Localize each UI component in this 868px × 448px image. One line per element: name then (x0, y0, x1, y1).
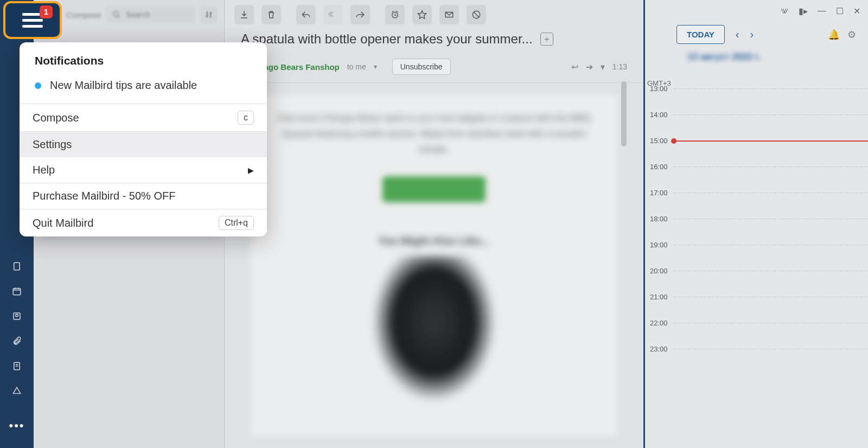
hour-label: 21:00 (650, 293, 668, 301)
calendar-settings-icon[interactable]: ⚙ (847, 29, 856, 41)
message-toolbar (225, 0, 643, 29)
calendar-date: 13 август 2022 г. (645, 49, 868, 70)
calendar-hour-row[interactable]: 21:00 (674, 297, 868, 323)
calendar-hour-row[interactable]: 16:00 (674, 167, 868, 193)
drive-app-icon[interactable] (11, 385, 23, 397)
contacts-app-icon[interactable] (11, 260, 23, 272)
search-input[interactable]: Search (106, 7, 195, 23)
panel-icon[interactable]: ▮▸ (799, 6, 808, 16)
reply-button[interactable] (296, 5, 316, 24)
body-section-title: You Might Also Like... (272, 235, 596, 247)
menu-help[interactable]: Help ▶ (20, 157, 267, 183)
download-button[interactable] (234, 5, 254, 24)
menu-purchase-label: Purchase Mailbird - 50% OFF (33, 190, 175, 202)
notification-item[interactable]: New Mailbird tips are available (20, 76, 267, 104)
reply-inline-icon[interactable]: ↩ (571, 62, 578, 72)
sort-button[interactable] (200, 6, 218, 23)
forward-button[interactable] (350, 5, 370, 24)
menu-title: Notifications (20, 42, 267, 76)
window-controls: ⩖ ▮▸ ― ☐ ✕ (773, 0, 868, 22)
hamburger-button[interactable]: 1 (3, 1, 62, 39)
svg-point-3 (16, 314, 18, 317)
message-scrollbar[interactable] (621, 81, 627, 146)
hour-label: 15:00 (650, 137, 668, 145)
mark-read-button[interactable] (439, 5, 459, 24)
details-chevron-icon[interactable]: ▾ (374, 63, 377, 71)
menu-settings-label: Settings (33, 138, 72, 151)
today-button[interactable]: TODAY (676, 25, 725, 44)
hour-label: 22:00 (650, 319, 668, 327)
body-text: Add some Chicago Bears spirit to your ne… (272, 111, 596, 158)
calendar-hour-row[interactable]: 19:00 (674, 245, 868, 271)
more-apps-icon[interactable]: ••• (0, 419, 34, 433)
maximize-button[interactable]: ☐ (836, 6, 844, 16)
hour-label: 13:00 (650, 85, 668, 93)
calendar-pane: ⩖ ▮▸ ― ☐ ✕ TODAY ‹ › 🔔 ⚙ 13 август 2022 … (643, 0, 868, 448)
compose-shortcut: c (238, 111, 254, 125)
block-button[interactable] (467, 5, 486, 24)
recipient-label: to me (347, 62, 366, 71)
reading-pane: A spatula with bottle opener makes your … (225, 0, 643, 448)
task-icon[interactable]: ⩖ (780, 6, 789, 16)
menu-quit[interactable]: Quit Mailbird Ctrl+q (20, 209, 267, 236)
hamburger-badge: 1 (40, 5, 53, 18)
product-image (372, 256, 496, 402)
notifications-icon[interactable]: 🔔 (828, 29, 840, 41)
notification-text: New Mailbird tips are available (50, 79, 197, 92)
menu-compose-label: Compose (33, 112, 79, 124)
menu-compose[interactable]: Compose c (20, 104, 267, 131)
calendar-hour-row[interactable]: 23:00 (674, 349, 868, 375)
more-inline-icon[interactable]: ▾ (601, 62, 605, 72)
message-time: 1:13 (612, 62, 627, 71)
main-menu-popup: Notifications New Mailbird tips are avai… (20, 42, 267, 236)
hour-label: 18:00 (650, 215, 668, 223)
notification-dot-icon (35, 82, 41, 89)
star-button[interactable] (412, 5, 432, 24)
sidebar-apps (11, 260, 23, 397)
search-placeholder: Search (126, 10, 150, 19)
attachments-app-icon[interactable] (11, 335, 23, 347)
current-time-line (674, 140, 868, 142)
hour-label: 19:00 (650, 241, 668, 249)
compose-button[interactable]: Compose (66, 10, 101, 20)
svg-point-5 (113, 11, 118, 16)
unsubscribe-button[interactable]: Unsubscribe (392, 59, 451, 75)
calendar-app-icon[interactable] (11, 285, 23, 297)
delete-button[interactable] (261, 5, 281, 24)
calendar-hour-row[interactable]: 20:00 (674, 271, 868, 297)
sender-name[interactable]: icago Bears Fanshop (257, 62, 340, 72)
svg-rect-0 (14, 263, 20, 270)
calendar-hour-row[interactable]: 17:00 (674, 193, 868, 219)
snooze-button[interactable] (385, 5, 405, 24)
menu-help-label: Help (33, 164, 55, 176)
submenu-arrow-icon: ▶ (248, 166, 254, 175)
calendar-hour-row[interactable]: 18:00 (674, 219, 868, 245)
calendar-hour-row[interactable]: 22:00 (674, 323, 868, 349)
quit-shortcut: Ctrl+q (219, 216, 254, 230)
notes-app-icon[interactable] (11, 360, 23, 372)
next-day-button[interactable]: › (750, 28, 754, 41)
message-meta: icago Bears Fanshop to me ▾ Unsubscribe … (225, 55, 643, 83)
hour-label: 23:00 (650, 345, 668, 353)
calendar-hour-row[interactable]: 13:00 (674, 88, 868, 114)
prev-day-button[interactable]: ‹ (736, 28, 739, 41)
people-app-icon[interactable] (11, 310, 23, 322)
menu-purchase[interactable]: Purchase Mailbird - 50% OFF (20, 183, 267, 209)
cta-button[interactable] (382, 176, 486, 202)
svg-rect-1 (13, 289, 21, 295)
minimize-button[interactable]: ― (818, 6, 826, 16)
calendar-hour-row[interactable]: 15:00 (674, 140, 868, 167)
message-body: Add some Chicago Bears spirit to your ne… (250, 94, 618, 437)
menu-quit-label: Quit Mailbird (33, 217, 93, 229)
forward-inline-icon[interactable]: ➔ (586, 62, 593, 72)
menu-settings[interactable]: Settings (20, 132, 267, 157)
reply-all-button[interactable] (323, 5, 343, 24)
hour-label: 20:00 (650, 267, 668, 275)
close-button[interactable]: ✕ (853, 6, 860, 16)
email-subject: A spatula with bottle opener makes your … (241, 31, 533, 47)
archive-icon[interactable]: ＋ (540, 33, 553, 46)
calendar-hour-row[interactable]: 14:00 (674, 114, 868, 140)
calendar-grid[interactable]: 13:0014:0015:0016:0017:0018:0019:0020:00… (673, 70, 868, 448)
hour-label: 17:00 (650, 189, 668, 197)
hour-label: 16:00 (650, 163, 668, 171)
